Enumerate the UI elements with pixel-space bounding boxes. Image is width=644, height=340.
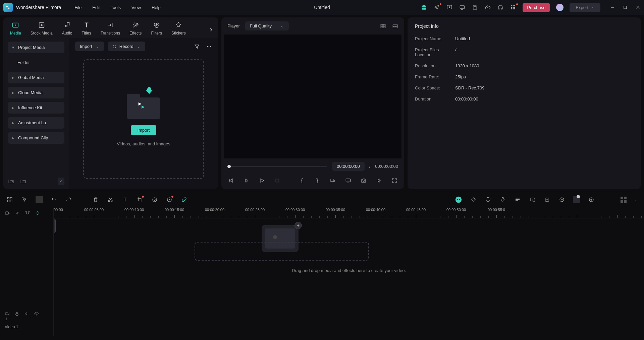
- scrub-slider[interactable]: [227, 166, 327, 167]
- timeline-options-button[interactable]: [620, 196, 627, 203]
- cloud-download-icon[interactable]: [484, 4, 491, 11]
- image-icon[interactable]: [392, 23, 398, 29]
- sidebar-item-project-media[interactable]: ▾ Project Media: [8, 42, 64, 53]
- export-button[interactable]: Export: [570, 3, 600, 12]
- tab-audio[interactable]: Audio: [62, 21, 72, 36]
- safe-zone-button[interactable]: [344, 177, 352, 184]
- lock-icon[interactable]: [14, 311, 19, 321]
- captions-icon[interactable]: [514, 196, 521, 203]
- crop-button[interactable]: [136, 196, 144, 203]
- text-button[interactable]: [121, 196, 129, 203]
- mic-icon[interactable]: [499, 196, 506, 203]
- new-folder-icon[interactable]: [8, 178, 14, 184]
- sidebar-item-cloud-media[interactable]: ▸ Cloud Media: [8, 87, 64, 98]
- link-button[interactable]: [180, 196, 188, 203]
- display-icon[interactable]: [459, 4, 466, 11]
- device-frame-icon[interactable]: [529, 196, 536, 203]
- tabs-scroll-right-button[interactable]: [209, 27, 213, 32]
- timeline-options-chevron-icon[interactable]: ⌄: [635, 196, 638, 203]
- camera-icon[interactable]: 1: [5, 311, 10, 321]
- timeline-ruler[interactable]: 00:00 00:00:05:0000:00:10:0000:00:15:000…: [54, 208, 644, 218]
- collapse-sidebar-button[interactable]: [58, 178, 64, 185]
- aspect-ratio-button[interactable]: [329, 177, 336, 184]
- layout-icon[interactable]: [6, 196, 13, 203]
- more-icon[interactable]: [206, 44, 212, 50]
- mark-out-button[interactable]: }: [314, 177, 321, 184]
- delete-button[interactable]: [92, 196, 99, 203]
- menu-help[interactable]: Help: [152, 5, 161, 10]
- tab-stock-media[interactable]: Stock Media: [31, 21, 53, 36]
- prev-frame-button[interactable]: [227, 177, 235, 184]
- layout-grid-icon[interactable]: [380, 23, 386, 29]
- send-icon[interactable]: [433, 4, 440, 11]
- shield-icon[interactable]: [484, 196, 492, 203]
- save-icon[interactable]: [472, 4, 478, 11]
- headphones-icon[interactable]: [497, 4, 504, 11]
- caret-right-icon: ▸: [12, 120, 15, 125]
- volume-button[interactable]: [375, 177, 383, 184]
- mute-icon[interactable]: [24, 311, 29, 321]
- menu-edit[interactable]: Edit: [92, 5, 100, 10]
- record-dropdown[interactable]: Record ⌄: [108, 42, 145, 51]
- tab-media[interactable]: Media: [10, 21, 21, 36]
- undo-button[interactable]: [50, 196, 58, 203]
- add-clip-button[interactable]: +: [294, 222, 302, 229]
- link-tracks-icon[interactable]: [15, 210, 20, 216]
- step-back-button[interactable]: [243, 177, 250, 184]
- scrub-handle[interactable]: [227, 165, 231, 168]
- snapshot-button[interactable]: [360, 177, 367, 184]
- marker-icon[interactable]: [543, 196, 551, 203]
- sidebar-item-influence-kit[interactable]: ▸ Influence Kit: [8, 102, 64, 114]
- user-avatar[interactable]: [556, 4, 564, 11]
- tab-transitions[interactable]: Transitions: [101, 21, 120, 36]
- zoom-in-button[interactable]: [588, 196, 595, 203]
- zoom-out-button[interactable]: [558, 196, 566, 203]
- import-dropdown[interactable]: Import ⌄: [75, 42, 104, 51]
- window-close-button[interactable]: [635, 5, 641, 10]
- sidebar-item-global-media[interactable]: ▸ Global Media: [8, 72, 64, 83]
- tab-filters[interactable]: Filters: [151, 21, 162, 36]
- track-header-video-1[interactable]: 1 Video 1: [0, 218, 53, 336]
- play-button[interactable]: [258, 177, 266, 184]
- redo-button[interactable]: [65, 196, 72, 203]
- speed-button[interactable]: [166, 196, 173, 203]
- magnet-icon[interactable]: [25, 210, 30, 216]
- filter-icon[interactable]: [194, 44, 200, 50]
- tab-stickers[interactable]: Stickers: [171, 21, 186, 36]
- fullscreen-button[interactable]: [391, 177, 398, 184]
- download-resources-icon[interactable]: [446, 4, 453, 11]
- zoom-slider[interactable]: [573, 196, 580, 203]
- visibility-icon[interactable]: [34, 311, 39, 321]
- select-tool-icon[interactable]: [21, 196, 28, 203]
- zoom-slider-handle[interactable]: [577, 195, 580, 198]
- tab-effects[interactable]: Effects: [129, 21, 142, 36]
- tab-titles[interactable]: Titles: [82, 21, 91, 36]
- menu-view[interactable]: View: [131, 5, 141, 10]
- quality-dropdown[interactable]: Full Quality ⌄: [245, 21, 289, 30]
- timeline-canvas[interactable]: 00:00 00:00:05:0000:00:10:0000:00:15:000…: [54, 208, 644, 336]
- auto-ripple-icon[interactable]: [35, 210, 40, 216]
- window-maximize-button[interactable]: [623, 5, 628, 10]
- sidebar-item-adjustment-layer[interactable]: ▸ Adjustment La...: [8, 117, 64, 129]
- apps-grid-icon[interactable]: [510, 4, 517, 11]
- mark-in-button[interactable]: {: [298, 177, 306, 184]
- sparkle-icon[interactable]: [470, 196, 477, 203]
- timeline-dropzone[interactable]: [195, 242, 369, 261]
- sidebar-item-compound-clip[interactable]: ▸ Compound Clip: [8, 132, 64, 144]
- window-minimize-button[interactable]: [610, 5, 615, 10]
- sidebar-item-folder[interactable]: Folder: [8, 57, 64, 68]
- cut-button[interactable]: [107, 196, 114, 203]
- import-button[interactable]: Import: [131, 125, 157, 135]
- menu-tools[interactable]: Tools: [111, 5, 121, 10]
- stop-button[interactable]: [274, 177, 281, 184]
- gift-icon[interactable]: [421, 4, 427, 11]
- menu-file[interactable]: File: [74, 5, 82, 10]
- media-dropzone[interactable]: Import Videos, audios, and images: [83, 59, 204, 179]
- ai-assist-button[interactable]: [455, 196, 462, 203]
- add-media-track-icon[interactable]: [5, 210, 10, 216]
- video-viewport[interactable]: [224, 35, 401, 158]
- color-button[interactable]: [151, 196, 158, 203]
- chevron-down-icon: ⌄: [280, 23, 284, 28]
- folder-icon[interactable]: [20, 178, 26, 184]
- purchase-button[interactable]: Purchase: [523, 3, 550, 12]
